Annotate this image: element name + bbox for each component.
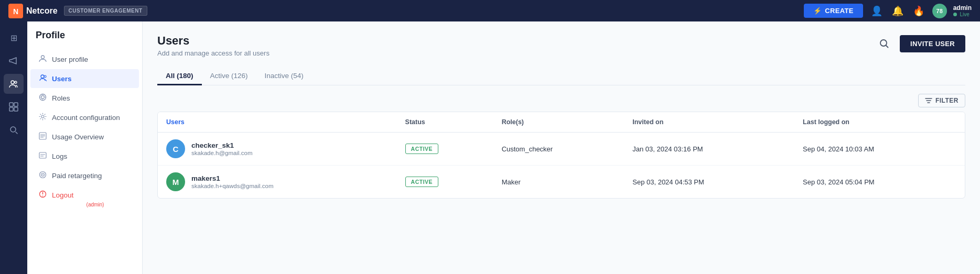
invited-cell-0: Jan 03, 2024 03:16 PM: [624, 133, 794, 166]
roles-label: Roles: [52, 94, 70, 102]
filter-label: FILTER: [935, 97, 959, 104]
user-profile-icon: [39, 54, 47, 64]
user-cell-1: M makers1 skakade.h+qawds@gmail.com: [158, 166, 397, 199]
nav-grid[interactable]: ⊞: [4, 28, 24, 48]
dashboard-icon: [8, 102, 19, 112]
top-navigation: N Netcore CUSTOMER ENGAGEMENT ⚡ CREATE 👤…: [0, 0, 980, 21]
filter-button[interactable]: FILTER: [918, 94, 965, 107]
megaphone-icon: [8, 56, 19, 66]
tab-inactive[interactable]: Inactive (54): [256, 68, 312, 85]
users-table-element: Users Status Role(s) Invited on Last log…: [158, 112, 965, 198]
avatar-icon: 👤: [871, 5, 882, 17]
filter-icon: [925, 97, 932, 104]
svg-rect-7: [14, 107, 18, 111]
nav-users[interactable]: [4, 74, 24, 94]
svg-point-3: [15, 81, 17, 83]
col-roles: Role(s): [493, 112, 624, 133]
svg-point-19: [42, 174, 44, 176]
col-last-logged: Last logged on: [794, 112, 965, 133]
svg-point-10: [41, 75, 44, 78]
invited-cell-1: Sep 03, 2024 04:53 PM: [624, 166, 794, 199]
search-nav-icon: [9, 125, 18, 135]
svg-rect-16: [39, 152, 46, 158]
svg-rect-6: [9, 107, 13, 111]
avatar-nav-button[interactable]: 👤: [869, 4, 884, 18]
logout-label: Logout: [52, 191, 73, 199]
page-title-area: Users Add and manage access for all user…: [157, 34, 270, 57]
user-profile-label: User profile: [52, 56, 88, 63]
table-header-row: Users Status Role(s) Invited on Last log…: [158, 112, 965, 133]
svg-point-13: [40, 94, 46, 101]
svg-point-14: [41, 115, 44, 118]
sidebar-item-roles[interactable]: Roles: [30, 89, 139, 107]
nav-right: ⚡ CREATE 👤 🔔 🔥 78 admin Live: [804, 4, 972, 18]
table-row[interactable]: C checker_sk1 skakade.h@gmail.com ACTIVE…: [158, 133, 965, 166]
svg-point-12: [41, 96, 45, 99]
sidebar-item-users[interactable]: Users: [30, 69, 139, 88]
user-cell-0: C checker_sk1 skakade.h@gmail.com: [158, 133, 397, 166]
user-email-1: skakade.h+qawds@gmail.com: [191, 183, 273, 189]
nav-dashboard[interactable]: [4, 97, 24, 117]
table-row[interactable]: M makers1 skakade.h+qawds@gmail.com ACTI…: [158, 166, 965, 199]
main-layout: ⊞: [0, 21, 980, 274]
sidebar-title: Profile: [27, 30, 142, 49]
usage-icon: [39, 132, 47, 141]
svg-point-2: [11, 81, 14, 84]
col-status: Status: [397, 112, 493, 133]
status-dot: [953, 13, 957, 16]
usage-overview-label: Usage Overview: [52, 133, 104, 141]
search-icon: [879, 38, 889, 49]
nav-megaphone[interactable]: [4, 51, 24, 71]
tab-active[interactable]: Active (126): [202, 68, 256, 85]
svg-point-22: [880, 40, 887, 46]
logs-label: Logs: [52, 152, 67, 160]
sidebar: Profile User profile Users Roles Account…: [27, 21, 143, 274]
user-name-1: makers1: [191, 174, 273, 182]
sidebar-item-user-profile[interactable]: User profile: [30, 50, 139, 69]
user-avatar-0: C: [166, 139, 185, 158]
logout-icon: [39, 190, 47, 200]
avatar-number: 78: [936, 8, 943, 14]
svg-point-8: [10, 127, 16, 132]
notifications-button[interactable]: 🔔: [890, 4, 905, 18]
role-cell-0: Custom_checker: [493, 133, 624, 166]
tab-all[interactable]: All (180): [157, 68, 202, 85]
admin-info: admin Live: [953, 4, 972, 17]
logs-icon: [39, 151, 47, 161]
tab-all-label: All (180): [166, 72, 193, 80]
sidebar-item-logs[interactable]: Logs: [30, 147, 139, 166]
admin-name: admin: [953, 4, 972, 12]
users-label: Users: [52, 75, 72, 83]
tab-inactive-label: Inactive (54): [265, 72, 304, 80]
status-badge-1: ACTIVE: [405, 177, 439, 187]
sidebar-item-usage-overview[interactable]: Usage Overview: [30, 127, 139, 146]
brand-name: Netcore: [26, 6, 58, 16]
status-badge-0: ACTIVE: [405, 144, 439, 154]
user-email-0: skakade.h@gmail.com: [191, 150, 253, 156]
users-table: Users Status Role(s) Invited on Last log…: [157, 112, 965, 199]
logo[interactable]: N Netcore: [8, 4, 58, 18]
users-icon: [8, 79, 19, 89]
invite-user-button[interactable]: INVITE USER: [900, 35, 965, 52]
sidebar-item-paid-retargeting[interactable]: Paid retargeting: [30, 166, 139, 185]
svg-rect-4: [9, 103, 13, 106]
roles-icon: [39, 93, 47, 103]
tab-active-label: Active (126): [210, 72, 248, 80]
search-button[interactable]: [875, 34, 893, 53]
create-button[interactable]: ⚡ CREATE: [804, 4, 863, 18]
user-info-0: checker_sk1 skakade.h@gmail.com: [191, 141, 253, 156]
nav-search[interactable]: [4, 120, 24, 140]
svg-point-9: [41, 56, 45, 59]
last-logged-cell-1: Sep 03, 2024 05:04 PM: [794, 166, 965, 199]
users-sidebar-icon: [39, 74, 47, 83]
svg-point-21: [42, 195, 44, 196]
main-content: Users Add and manage access for all user…: [143, 21, 980, 274]
netcore-logo-icon: N: [8, 4, 23, 18]
icon-navigation: ⊞: [0, 21, 27, 274]
fire-button[interactable]: 🔥: [911, 4, 926, 18]
bolt-icon: ⚡: [813, 7, 822, 15]
user-avatar-circle[interactable]: 78: [932, 4, 947, 18]
role-cell-1: Maker: [493, 166, 624, 199]
sidebar-item-account-config[interactable]: Account configuration: [30, 108, 139, 127]
svg-rect-5: [14, 103, 18, 106]
